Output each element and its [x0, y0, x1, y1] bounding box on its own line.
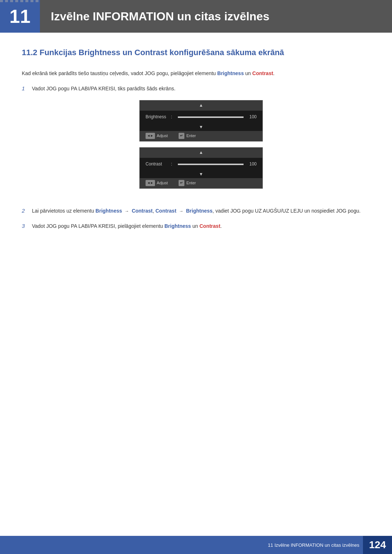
footer-text: 11 Izvēlne INFORMATION un citas izvēlnes	[268, 542, 359, 548]
step-1-content: Vadot JOG pogu PA LABI/PA KREISI, tiks p…	[32, 85, 370, 199]
contrast-row: Contrast : 100	[140, 158, 262, 171]
brightness-bar-fill	[178, 116, 244, 118]
brightness-adjust-label: Adjust	[157, 133, 168, 139]
brightness-colon: :	[171, 114, 172, 120]
contrast-label: Contrast	[146, 161, 171, 168]
contrast-adjust-label: Adjust	[157, 180, 168, 186]
step-1-number: 1	[22, 85, 32, 91]
section-title: 11.2 Funkcijas Brightness un Contrast ko…	[22, 47, 370, 58]
contrast-enter-item: ↵ Enter	[179, 180, 196, 186]
brightness-arrow-down-row: ▼	[140, 124, 262, 131]
step-3-content: Vadot JOG pogu PA LABI/PA KREISI, pielāg…	[32, 222, 370, 230]
brightness-label: Brightness	[146, 114, 171, 120]
contrast-adjust-icon: ◄►	[146, 180, 155, 186]
step-2: 2 Lai pārvietotos uz elementu Brightness…	[22, 207, 370, 215]
page-footer: 11 Izvēlne INFORMATION un citas izvēlnes…	[0, 536, 392, 554]
brightness-bar-track	[178, 116, 244, 118]
header-title: Izvēlne INFORMATION un citas izvēlnes	[51, 10, 269, 23]
brightness-footer: ◄► Adjust ↵ Enter	[140, 131, 262, 141]
contrast-bar-fill	[178, 164, 244, 165]
step-3: 3 Vadot JOG pogu PA LABI/PA KREISI, piel…	[22, 222, 370, 230]
contrast-footer: ◄► Adjust ↵ Enter	[140, 178, 262, 188]
chapter-number: 11	[9, 5, 30, 27]
step-2-number: 2	[22, 208, 32, 214]
brightness-row: Brightness : 100	[140, 111, 262, 124]
contrast-enter-label: Enter	[186, 180, 196, 186]
contrast-value: 100	[246, 161, 257, 168]
step-2-content: Lai pārvietotos uz elementu Brightness →…	[32, 207, 370, 215]
contrast-arrow-down-row: ▼	[140, 171, 262, 178]
arrow-up-icon: ▲	[199, 102, 203, 109]
intro-paragraph: Kad ekrānā tiek parādīts tiešo taustiņu …	[22, 69, 370, 77]
contrast-header: ▲	[140, 148, 262, 158]
contrast-colon: :	[171, 161, 172, 168]
contrast-bar-track	[178, 164, 244, 165]
contrast-arrow-up-icon: ▲	[199, 149, 203, 156]
contrast-adjust-item: ◄► Adjust	[146, 180, 168, 186]
brightness-header: ▲	[140, 100, 262, 111]
chapter-number-block: 11	[0, 0, 40, 33]
arrow-down-icon: ▼	[199, 124, 203, 131]
brightness-adjust-box: ▲ Brightness : 100 ▼	[139, 100, 263, 141]
footer-page-number: 124	[363, 536, 392, 554]
osd-diagrams: ▲ Brightness : 100 ▼	[32, 100, 370, 189]
enter-icon: ↵	[179, 133, 184, 139]
adjust-icon: ◄►	[146, 133, 155, 139]
main-content: 11.2 Funkcijas Brightness un Contrast ko…	[0, 33, 392, 274]
page-header: 11 Izvēlne INFORMATION un citas izvēlnes	[0, 0, 392, 33]
contrast-arrow-down-icon: ▼	[199, 171, 203, 178]
step-1: 1 Vadot JOG pogu PA LABI/PA KREISI, tiks…	[22, 85, 370, 199]
step-3-number: 3	[22, 223, 32, 229]
brightness-enter-label: Enter	[186, 133, 196, 139]
brightness-value: 100	[246, 114, 257, 120]
brightness-adjust-item: ◄► Adjust	[146, 133, 168, 139]
contrast-adjust-box: ▲ Contrast : 100 ▼	[139, 147, 263, 189]
brightness-enter-item: ↵ Enter	[179, 133, 196, 139]
contrast-enter-icon: ↵	[179, 180, 184, 186]
